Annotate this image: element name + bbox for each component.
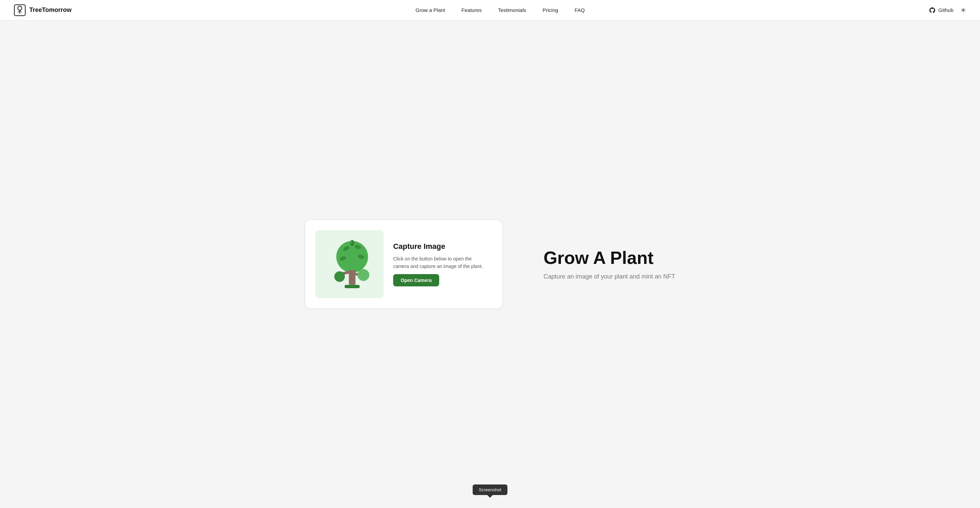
navbar: TreeTomorrow Grow a Plant Features Testi… bbox=[0, 0, 980, 21]
github-icon bbox=[929, 7, 935, 14]
nav-link-grow-a-plant[interactable]: Grow a Plant bbox=[416, 7, 445, 13]
nav-link-pricing[interactable]: Pricing bbox=[542, 7, 558, 13]
main-content: Capture Image Click on the button below … bbox=[0, 21, 980, 508]
capture-card: Capture Image Click on the button below … bbox=[305, 219, 503, 309]
card-text-section: Capture Image Click on the button below … bbox=[393, 242, 488, 287]
plant-illustration bbox=[315, 230, 383, 298]
nav-link-features[interactable]: Features bbox=[461, 7, 482, 13]
svg-point-11 bbox=[350, 241, 353, 244]
nav-links: Grow a Plant Features Testimonials Prici… bbox=[416, 7, 585, 13]
brand-name: TreeTomorrow bbox=[29, 6, 72, 14]
tooltip-arrow bbox=[487, 495, 493, 498]
sun-icon: ☀ bbox=[960, 6, 966, 14]
hero-subtitle: Capture an image of your plant and mint … bbox=[544, 273, 675, 280]
github-label: Github bbox=[939, 7, 953, 13]
card-title: Capture Image bbox=[393, 242, 488, 251]
tree-svg bbox=[326, 237, 373, 292]
hero-title: Grow A Plant bbox=[544, 248, 675, 268]
nav-link-faq[interactable]: FAQ bbox=[574, 7, 585, 13]
svg-point-1 bbox=[18, 6, 22, 10]
hero-section: Grow A Plant Capture an image of your pl… bbox=[544, 248, 675, 280]
brand-logo-icon bbox=[14, 4, 26, 16]
nav-brand-section: TreeTomorrow bbox=[14, 4, 72, 16]
github-link[interactable]: Github bbox=[929, 7, 953, 14]
svg-rect-17 bbox=[344, 285, 360, 289]
nav-link-testimonials[interactable]: Testimonials bbox=[498, 7, 527, 13]
svg-point-15 bbox=[334, 271, 345, 282]
card-description: Click on the button below to open the ca… bbox=[393, 255, 488, 270]
screenshot-tooltip-wrapper: Screenshot bbox=[473, 484, 508, 498]
open-camera-button[interactable]: Open Camera bbox=[393, 274, 439, 286]
screenshot-tooltip: Screenshot bbox=[473, 484, 508, 495]
svg-point-16 bbox=[357, 269, 369, 281]
theme-toggle-button[interactable]: ☀ bbox=[960, 6, 966, 14]
nav-actions: Github ☀ bbox=[929, 6, 966, 14]
